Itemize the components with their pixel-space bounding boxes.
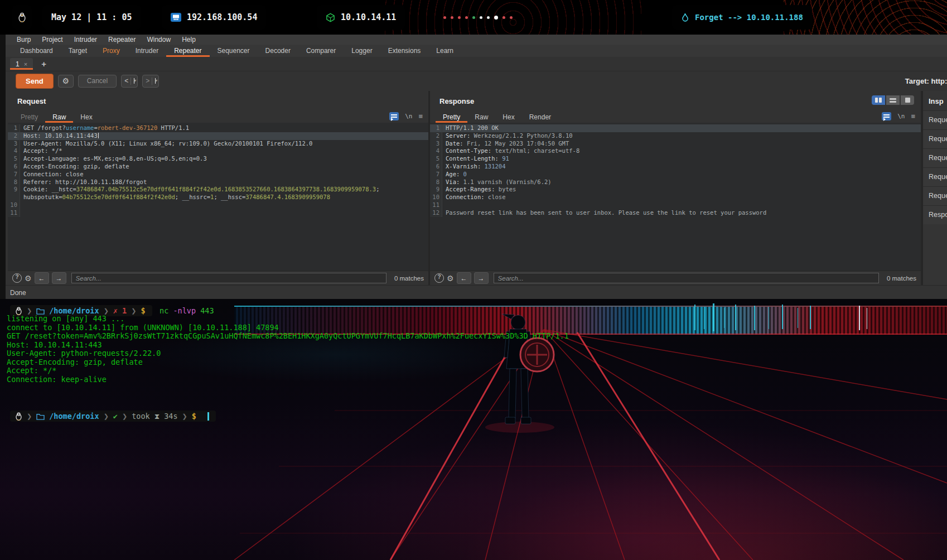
top-status-bar: May 12 | 11 : 05 192.168.100.54 10.10.14… (0, 0, 947, 35)
terminal-output-line: Accept-Encoding: gzip, deflate (7, 358, 569, 367)
inspector-section[interactable]: Respo (923, 205, 947, 224)
vpn-ip-text: 10.10.14.11 (341, 12, 396, 22)
search-help-icon[interactable]: ? (434, 273, 444, 283)
send-settings-gear-icon[interactable]: ⚙ (58, 75, 74, 88)
view-tab-raw[interactable]: Raw (467, 111, 495, 123)
menu-help[interactable]: Help (176, 36, 201, 44)
workspace-dot[interactable] (451, 16, 453, 19)
view-tab-pretty[interactable]: Pretty (13, 111, 45, 123)
menu-repeater[interactable]: Repeater (103, 36, 141, 44)
editor-line: 2Host: 10.10.14.11:443 (8, 132, 428, 140)
tab-dashboard[interactable]: Dashboard (12, 45, 61, 57)
repeater-toolbar: Send ⚙ Cancel < ▾ > ▾ Target: http:/ (6, 71, 947, 91)
search-settings-gear-icon[interactable]: ⚙ (25, 274, 32, 283)
workspace-dot[interactable] (465, 16, 468, 19)
back-history-button[interactable]: < ▾ (121, 75, 138, 88)
line-number: 10 (8, 201, 20, 209)
chevron-down-icon[interactable]: ▾ (134, 78, 134, 84)
editor-line: 1HTTP/1.1 200 OK (430, 124, 921, 132)
response-search-input[interactable] (494, 273, 879, 283)
show-newlines-icon[interactable]: \n (897, 113, 905, 120)
editor-line: hubspotutk=04b75512c5e70df0f641f884f2f42… (8, 194, 428, 201)
workspace-dot[interactable] (443, 16, 446, 19)
close-tab-icon[interactable]: × (24, 61, 27, 67)
tab-intruder[interactable]: Intruder (128, 45, 166, 57)
editor-menu-icon[interactable]: ≡ (911, 112, 915, 120)
prompt-separator: ❯ (122, 413, 127, 420)
menu-window[interactable]: Window (141, 36, 176, 44)
workspace-dot[interactable] (487, 16, 490, 19)
search-next-button[interactable]: → (474, 272, 489, 284)
burp-menubar: BurpProjectIntruderRepeaterWindowHelp (6, 35, 947, 45)
menu-project[interactable]: Project (36, 36, 68, 44)
view-tab-hex[interactable]: Hex (73, 111, 99, 123)
menu-burp[interactable]: Burp (11, 36, 36, 44)
terminal-output-line: Connection: keep-alive (7, 375, 569, 384)
request-view-tabs: PrettyRawHex (8, 111, 428, 123)
response-editor[interactable]: 1HTTP/1.1 200 OK2Server: Werkzeug/2.1.2 … (430, 123, 921, 271)
line-number: 8 (430, 178, 442, 186)
search-settings-gear-icon[interactable]: ⚙ (447, 274, 454, 283)
inspector-section[interactable]: Reque (923, 167, 947, 186)
tab-logger[interactable]: Logger (344, 45, 380, 57)
tab-target[interactable]: Target (61, 45, 95, 57)
prompt-separator: ❯ (27, 307, 32, 315)
workspace-dot[interactable] (472, 16, 475, 19)
tab-decoder[interactable]: Decoder (258, 45, 298, 57)
inspector-section[interactable]: Reque (923, 129, 947, 148)
tab-sequencer[interactable]: Sequencer (210, 45, 258, 57)
layout-rows-button[interactable] (886, 95, 900, 105)
tab-repeater[interactable]: Repeater (166, 45, 209, 57)
workspace-dot[interactable] (458, 16, 461, 19)
workspace-dot[interactable] (480, 16, 482, 19)
add-tab-button[interactable]: + (41, 59, 46, 69)
cancel-button[interactable]: Cancel (78, 75, 117, 88)
request-title: Request (8, 91, 428, 105)
tab-learn[interactable]: Learn (428, 45, 461, 57)
search-prev-button[interactable]: ← (35, 272, 49, 284)
inspector-section[interactable]: Reque (923, 148, 947, 167)
workspace-dot[interactable] (494, 16, 498, 20)
tab-extensions[interactable]: Extensions (380, 45, 429, 57)
search-next-button[interactable]: → (52, 272, 66, 284)
view-tab-pretty[interactable]: Pretty (436, 111, 467, 123)
request-editor[interactable]: 1GET /forgot?username=robert-dev-367120 … (8, 123, 428, 271)
tab-proxy[interactable]: Proxy (95, 45, 128, 57)
command-token: 443 (200, 306, 214, 315)
prompt-separator: ❯ (104, 413, 109, 420)
layout-columns-button[interactable] (872, 95, 885, 105)
editor-line: 8Via: 1.1 varnish (Varnish/6.2) (430, 178, 921, 186)
line-number: 5 (430, 155, 442, 163)
soft-wrap-icon[interactable] (882, 112, 891, 120)
inspector-section[interactable]: Reque (923, 186, 947, 205)
editor-line: 6X-Varnish: 131204 (430, 163, 921, 171)
prompt-separator: ❯ (182, 413, 187, 420)
tab-comparer[interactable]: Comparer (298, 45, 344, 57)
send-button[interactable]: Send (16, 74, 54, 89)
view-tab-raw[interactable]: Raw (45, 111, 73, 123)
editor-menu-icon[interactable]: ≡ (418, 112, 423, 120)
forward-history-button[interactable]: > ▾ (142, 75, 159, 88)
search-prev-button[interactable]: ← (457, 272, 471, 284)
menu-intruder[interactable]: Intruder (69, 36, 103, 44)
chevron-down-icon[interactable]: ▾ (155, 78, 156, 84)
search-help-icon[interactable]: ? (12, 273, 22, 283)
request-search-input[interactable] (71, 273, 386, 283)
workspace-dot[interactable] (503, 16, 505, 19)
inspector-panel: Insp RequeRequeRequeRequeRequeRespo (922, 91, 947, 285)
view-tab-hex[interactable]: Hex (495, 111, 521, 123)
layout-single-button[interactable] (901, 95, 914, 105)
soft-wrap-icon[interactable] (389, 112, 399, 120)
workspace-dot[interactable] (510, 16, 513, 19)
line-number: 11 (430, 201, 442, 209)
repeater-session-tab[interactable]: 1 × (10, 58, 33, 70)
show-newlines-icon[interactable]: \n (405, 113, 412, 120)
editor-line: 8Referer: http://10.10.11.188/forgot (8, 178, 428, 186)
clock-module: May 12 | 11 : 05 (42, 5, 141, 30)
terminal-window[interactable]: ❯ /home/droix ❯ ✗ 1 ❯ $ nc -nlvp 443 lis… (0, 299, 947, 560)
launcher-module (12, 5, 32, 30)
view-tab-render[interactable]: Render (522, 111, 558, 123)
inspector-section[interactable]: Reque (923, 110, 947, 129)
request-editor-icons: \n ≡ (389, 112, 423, 120)
divider (152, 78, 152, 85)
